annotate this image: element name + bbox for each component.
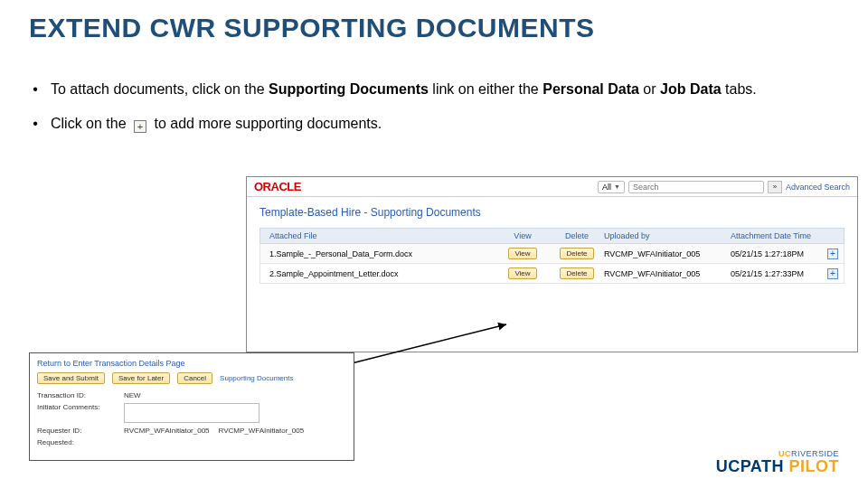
- add-row-button[interactable]: +: [827, 268, 838, 279]
- requester-id-label: Requester ID:: [37, 427, 118, 435]
- col-uploaded-by: Uploaded by: [604, 231, 731, 240]
- page-title: Template-Based Hire - Supporting Documen…: [259, 206, 844, 219]
- return-link[interactable]: Return to Enter Transaction Details Page: [37, 359, 346, 368]
- bullet-2-text: Click on the + to add more supporting do…: [51, 114, 839, 134]
- delete-button[interactable]: Delete: [560, 248, 593, 259]
- view-button[interactable]: View: [508, 267, 536, 279]
- col-delete: Delete: [550, 231, 604, 240]
- requester-id-1: RVCMP_WFAInitiator_005: [124, 427, 210, 435]
- add-row-button[interactable]: +: [827, 249, 838, 259]
- delete-button[interactable]: Delete: [560, 267, 593, 279]
- screenshot-transaction-details: Return to Enter Transaction Details Page…: [29, 352, 354, 461]
- search-input[interactable]: [628, 181, 764, 193]
- initiator-comments-field[interactable]: [124, 403, 259, 423]
- col-datetime: Attachment Date Time: [731, 231, 822, 240]
- save-for-later-button[interactable]: Save for Later: [112, 372, 170, 384]
- table-row: 2.Sample_Appointment_Letter.docx View De…: [259, 264, 844, 284]
- screenshot-supporting-documents: ORACLE All▼ » Advanced Search Template-B…: [246, 176, 858, 352]
- bullet-dot: •: [29, 80, 42, 99]
- initiator-comments-label: Initiator Comments:: [37, 403, 118, 411]
- bullet-dot: •: [29, 114, 42, 134]
- table-row: 1.Sample_-_Personal_Data_Form.docx View …: [259, 244, 844, 264]
- col-file: Attached File: [260, 231, 495, 240]
- oracle-logo: ORACLE: [254, 180, 301, 193]
- attachments-table: Attached File View Delete Uploaded by At…: [259, 228, 844, 284]
- bullet-list: • To attach documents, click on the Supp…: [29, 80, 839, 147]
- save-and-submit-button[interactable]: Save and Submit: [37, 372, 105, 384]
- slide-title: EXTEND CWR SUPPORTING DOCUMENTS: [29, 13, 595, 43]
- table-header: Attached File View Delete Uploaded by At…: [259, 228, 844, 244]
- col-view: View: [495, 231, 550, 240]
- search-scope-dropdown[interactable]: All▼: [598, 181, 625, 193]
- bullet-1-text: To attach documents, click on the Suppor…: [51, 80, 839, 99]
- search-go-button[interactable]: »: [768, 181, 782, 193]
- transaction-id-label: Transaction ID:: [37, 391, 118, 399]
- view-button[interactable]: View: [508, 248, 536, 259]
- bullet-1: • To attach documents, click on the Supp…: [29, 80, 839, 99]
- oracle-header-bar: ORACLE All▼ » Advanced Search: [247, 177, 857, 197]
- plus-icon: +: [134, 120, 146, 133]
- bullet-2: • Click on the + to add more supporting …: [29, 114, 839, 134]
- advanced-search-link[interactable]: Advanced Search: [786, 183, 850, 192]
- footer-logo: UCRIVERSIDE UCPATH PILOT: [716, 450, 839, 475]
- supporting-documents-link[interactable]: Supporting Documents: [220, 374, 293, 382]
- transaction-id-value: NEW: [124, 391, 141, 399]
- cancel-button[interactable]: Cancel: [177, 372, 212, 384]
- requester-id-2: RVCMP_WFAInitiator_005: [219, 427, 305, 435]
- requested-label: Requested:: [37, 438, 118, 446]
- chevron-down-icon: ▼: [614, 183, 620, 190]
